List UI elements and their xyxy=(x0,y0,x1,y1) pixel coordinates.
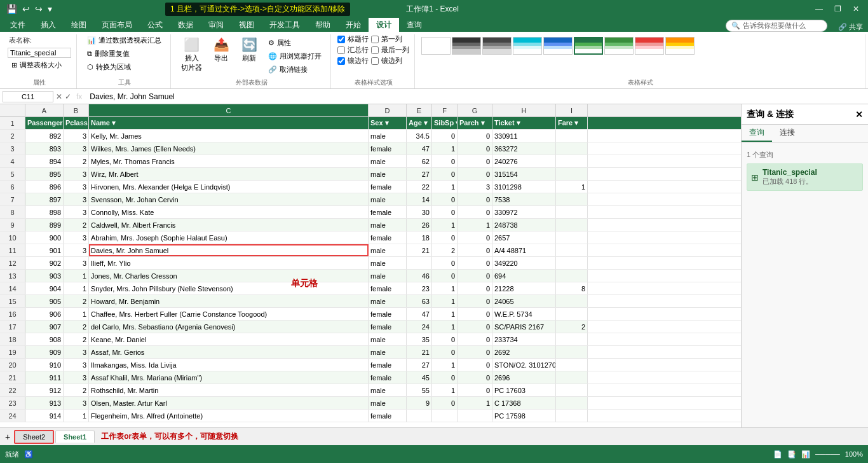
name-box[interactable] xyxy=(3,91,53,102)
undo-icon[interactable]: ↩ xyxy=(21,4,31,14)
cell-18-1[interactable]: 2 xyxy=(64,333,89,345)
cell-22-5[interactable]: 1 xyxy=(432,384,458,396)
cell-22-4[interactable]: 55 xyxy=(407,384,432,396)
col-header-f[interactable]: F xyxy=(432,104,458,116)
cell-3-7[interactable]: 363272 xyxy=(492,142,556,155)
tab-draw[interactable]: 绘图 xyxy=(64,18,94,32)
cell-2-0[interactable]: 892 xyxy=(25,130,64,142)
export-btn[interactable]: 📤 导出 xyxy=(208,34,234,66)
col-header-c[interactable]: C xyxy=(89,104,369,116)
cell-19-6[interactable]: 0 xyxy=(458,346,492,358)
cell-8-1[interactable]: 3 xyxy=(64,206,89,218)
cell-15-3[interactable]: male xyxy=(369,295,407,307)
cell-24-5[interactable] xyxy=(432,410,458,422)
cell-11-7[interactable]: A/4 48871 xyxy=(492,244,556,256)
cell-12-7[interactable]: 349220 xyxy=(492,257,556,269)
cell-9-8[interactable] xyxy=(556,219,588,231)
cell-16-1[interactable]: 1 xyxy=(64,308,89,320)
cell-4-3[interactable]: male xyxy=(369,155,407,167)
cell-1-f[interactable]: SibSp ▾ xyxy=(432,117,458,129)
tab-help[interactable]: 帮助 xyxy=(308,18,338,32)
add-sheet-btn[interactable]: + xyxy=(3,432,13,442)
cell-4-1[interactable]: 2 xyxy=(64,155,89,167)
cell-11-3[interactable]: male xyxy=(369,244,407,256)
customize-qat-icon[interactable]: ▾ xyxy=(46,4,53,14)
cell-12-1[interactable]: 3 xyxy=(64,257,89,269)
cell-9-0[interactable]: 899 xyxy=(25,219,64,231)
col-header-a[interactable]: A xyxy=(25,104,64,116)
cell-16-8[interactable] xyxy=(556,308,588,320)
cell-23-5[interactable]: 0 xyxy=(432,397,458,409)
restore-button[interactable]: ❐ xyxy=(831,4,845,13)
cell-24-8[interactable] xyxy=(556,410,588,422)
cell-11-6[interactable]: 0 xyxy=(458,244,492,256)
cell-12-4[interactable] xyxy=(407,257,432,269)
cell-2-7[interactable]: 330911 xyxy=(492,130,556,142)
cell-24-1[interactable]: 1 xyxy=(64,410,89,422)
cell-16-4[interactable]: 47 xyxy=(407,308,432,320)
cell-22-8[interactable] xyxy=(556,384,588,396)
cell-19-4[interactable]: 21 xyxy=(407,346,432,358)
cell-13-2[interactable]: Jones, Mr. Charles Cresson xyxy=(89,270,369,282)
cell-7-0[interactable]: 897 xyxy=(25,193,64,205)
cell-24-0[interactable]: 914 xyxy=(25,410,64,422)
cell-7-4[interactable]: 14 xyxy=(407,193,432,205)
layout-view-icon[interactable]: 📑 xyxy=(787,450,796,459)
col-header-g[interactable]: G xyxy=(458,104,492,116)
last-col-check[interactable]: 最后一列 xyxy=(371,45,409,55)
cell-11-4[interactable]: 21 xyxy=(407,244,432,256)
cell-1-h[interactable]: Ticket ▾ xyxy=(492,117,556,129)
cell-20-2[interactable]: Ilmakangas, Miss. Ida Livija xyxy=(89,359,369,371)
style-yellow1[interactable] xyxy=(665,37,695,55)
cell-15-2[interactable]: Howard, Mr. Benjamin xyxy=(89,295,369,307)
cell-15-6[interactable]: 0 xyxy=(458,295,492,307)
cell-3-8[interactable] xyxy=(556,142,588,155)
cell-8-6[interactable]: 0 xyxy=(458,206,492,218)
resize-table-btn[interactable]: ⊞ 调整表格大小 xyxy=(8,59,71,71)
cell-18-8[interactable] xyxy=(556,333,588,345)
cell-21-0[interactable]: 911 xyxy=(25,371,64,384)
style-blue2[interactable] xyxy=(543,37,573,55)
cell-15-4[interactable]: 63 xyxy=(407,295,432,307)
cell-7-8[interactable] xyxy=(556,193,588,205)
cell-14-5[interactable]: 1 xyxy=(432,282,458,294)
cell-5-0[interactable]: 895 xyxy=(25,168,64,180)
cell-20-0[interactable]: 910 xyxy=(25,359,64,371)
cell-15-5[interactable]: 1 xyxy=(432,295,458,307)
cell-23-1[interactable]: 3 xyxy=(64,397,89,409)
tab-data[interactable]: 数据 xyxy=(170,18,201,32)
cell-6-0[interactable]: 896 xyxy=(25,181,64,193)
open-browser-btn[interactable]: 🌐 用浏览器打开 xyxy=(264,50,325,62)
cell-4-6[interactable]: 0 xyxy=(458,155,492,167)
page-view-icon[interactable]: 📄 xyxy=(773,450,782,459)
formula-input[interactable] xyxy=(87,92,865,101)
cell-10-2[interactable]: Abrahim, Mrs. Joseph (Sophie Halaut Easu… xyxy=(89,232,369,244)
cell-4-7[interactable]: 240276 xyxy=(492,155,556,167)
cell-3-3[interactable]: female xyxy=(369,142,407,155)
cell-5-1[interactable]: 3 xyxy=(64,168,89,180)
cell-8-2[interactable]: Connolly, Miss. Kate xyxy=(89,206,369,218)
cell-3-5[interactable]: 1 xyxy=(432,142,458,155)
cell-24-4[interactable] xyxy=(407,410,432,422)
cell-8-3[interactable]: female xyxy=(369,206,407,218)
cell-18-3[interactable]: male xyxy=(369,333,407,345)
cell-23-8[interactable] xyxy=(556,397,588,409)
cell-10-0[interactable]: 900 xyxy=(25,232,64,244)
cell-21-1[interactable]: 3 xyxy=(64,371,89,384)
cell-19-1[interactable]: 3 xyxy=(64,346,89,358)
cell-9-5[interactable]: 1 xyxy=(432,219,458,231)
cell-13-0[interactable]: 903 xyxy=(25,270,64,282)
cell-17-7[interactable]: SC/PARIS 2167 xyxy=(492,321,556,333)
cell-7-3[interactable]: male xyxy=(369,193,407,205)
cell-11-0[interactable]: 901 xyxy=(25,244,64,256)
cell-4-0[interactable]: 894 xyxy=(25,155,64,167)
cell-6-6[interactable]: 3 xyxy=(458,181,492,193)
tab-design[interactable]: 设计 xyxy=(369,18,399,32)
unlink-btn[interactable]: 🔗 取消链接 xyxy=(264,64,325,76)
cell-14-4[interactable]: 23 xyxy=(407,282,432,294)
tell-me-box[interactable]: 🔍 告诉我你想要做什么 xyxy=(726,20,827,32)
cell-6-5[interactable]: 1 xyxy=(432,181,458,193)
cell-3-2[interactable]: Wilkes, Mrs. James (Ellen Needs) xyxy=(89,142,369,155)
minimize-button[interactable]: — xyxy=(811,4,827,13)
cell-17-5[interactable]: 1 xyxy=(432,321,458,333)
